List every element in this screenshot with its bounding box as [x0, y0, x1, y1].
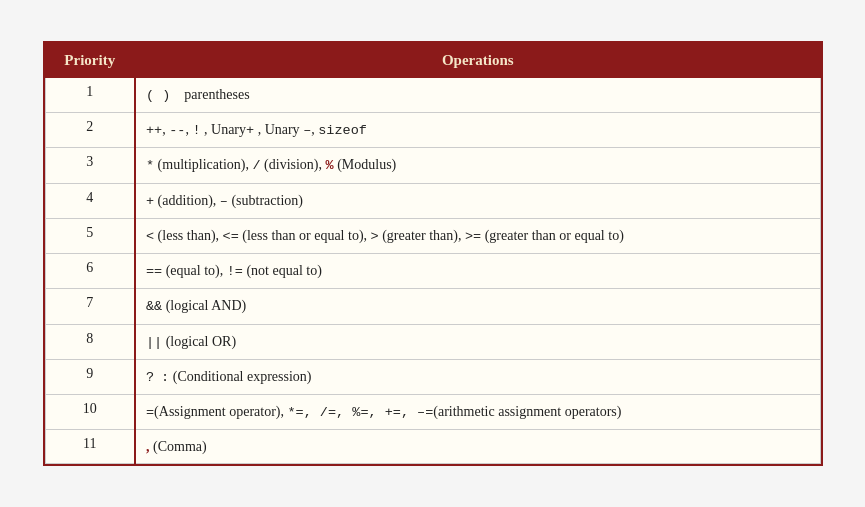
- table-row: 5< (less than), <= (less than or equal t…: [45, 218, 820, 253]
- priority-cell: 3: [45, 148, 135, 183]
- operations-cell: * (multiplication), / (division), % (Mod…: [135, 148, 820, 183]
- table-row: 6== (equal to), != (not equal to): [45, 254, 820, 289]
- operations-header: Operations: [135, 43, 820, 77]
- operations-cell: ? : (Conditional expression): [135, 359, 820, 394]
- priority-cell: 4: [45, 183, 135, 218]
- table-row: 3* (multiplication), / (division), % (Mo…: [45, 148, 820, 183]
- table-row: 2++, --, ! , Unary+ , Unary –, sizeof: [45, 113, 820, 148]
- operations-cell: || (logical OR): [135, 324, 820, 359]
- priority-cell: 10: [45, 395, 135, 430]
- table-row: 11, (Comma): [45, 430, 820, 464]
- priority-cell: 5: [45, 218, 135, 253]
- table-row: 7&& (logical AND): [45, 289, 820, 324]
- priority-cell: 2: [45, 113, 135, 148]
- operations-cell: ++, --, ! , Unary+ , Unary –, sizeof: [135, 113, 820, 148]
- operations-cell: , (Comma): [135, 430, 820, 464]
- priority-cell: 11: [45, 430, 135, 464]
- priority-cell: 7: [45, 289, 135, 324]
- table-row: 9? : (Conditional expression): [45, 359, 820, 394]
- priority-cell: 1: [45, 77, 135, 112]
- operator-precedence-table: Priority Operations 1( ) parentheses2++,…: [43, 41, 823, 467]
- priority-cell: 6: [45, 254, 135, 289]
- table-row: 10=(Assignment operator), *=, /=, %=, +=…: [45, 395, 820, 430]
- priority-cell: 9: [45, 359, 135, 394]
- table-row: 4+ (addition), – (subtraction): [45, 183, 820, 218]
- operations-cell: == (equal to), != (not equal to): [135, 254, 820, 289]
- priority-header: Priority: [45, 43, 135, 77]
- operations-cell: + (addition), – (subtraction): [135, 183, 820, 218]
- table-row: 1( ) parentheses: [45, 77, 820, 112]
- operations-cell: < (less than), <= (less than or equal to…: [135, 218, 820, 253]
- table-row: 8|| (logical OR): [45, 324, 820, 359]
- priority-cell: 8: [45, 324, 135, 359]
- operations-cell: && (logical AND): [135, 289, 820, 324]
- operations-cell: ( ) parentheses: [135, 77, 820, 112]
- operations-cell: =(Assignment operator), *=, /=, %=, +=, …: [135, 395, 820, 430]
